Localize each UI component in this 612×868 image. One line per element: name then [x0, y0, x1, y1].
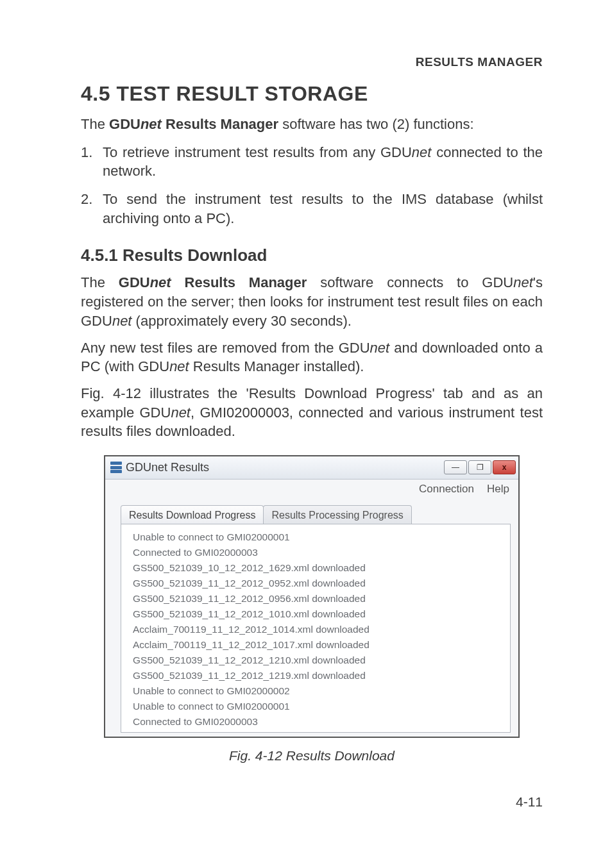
menu-connection[interactable]: Connection [419, 483, 474, 496]
tab-strip: Results Download Progress Results Proces… [121, 505, 511, 524]
body-paragraph: The GDUnet Results Manager software conn… [81, 273, 543, 330]
subheading: 4.5.1 Results Download [81, 246, 543, 265]
tab-panel: Unable to connect to GMI02000001 Connect… [121, 524, 511, 733]
text-bold: Results Manager [171, 274, 307, 290]
close-button[interactable]: x [493, 460, 516, 474]
text-bold-italic: net [150, 274, 171, 290]
body-paragraph: Fig. 4-12 illustrates the 'Results Downl… [81, 384, 543, 441]
text: To send the instrument test results to t… [103, 191, 543, 226]
text-italic: net [169, 358, 189, 374]
page-number: 4-11 [81, 794, 543, 810]
menu-help[interactable]: Help [487, 483, 509, 496]
text-bold: GDU [119, 274, 150, 290]
window-buttons: — ❐ x [444, 460, 516, 474]
screenshot-figure: GDUnet Results — ❐ x Connection Help Res… [81, 455, 543, 738]
section-header: RESULTS MANAGER [81, 55, 543, 69]
document-page: RESULTS MANAGER 4.5 TEST RESULT STORAGE … [0, 0, 612, 848]
list-item: 2. To send the instrument test results t… [81, 190, 543, 228]
text: software connects to GDU [307, 274, 513, 290]
intro-paragraph: The GDUnet Results Manager software has … [81, 115, 543, 134]
page-title: 4.5 TEST RESULT STORAGE [81, 82, 543, 106]
text-italic: net [412, 144, 432, 160]
text-bold: GDU [109, 116, 140, 132]
log-output: Unable to connect to GMI02000001 Connect… [133, 530, 504, 730]
app-icon [110, 462, 122, 473]
list-number: 2. [81, 190, 92, 209]
text: Any new test files are removed from the … [81, 340, 370, 356]
text: Results Manager installed). [189, 358, 364, 374]
window-title: GDUnet Results [126, 461, 209, 474]
window-titlebar: GDUnet Results — ❐ x [105, 456, 518, 480]
text-italic: net [112, 313, 132, 329]
text-italic: net [513, 274, 533, 290]
minimize-button[interactable]: — [444, 460, 467, 474]
body-paragraph: Any new test files are removed from the … [81, 338, 543, 376]
text-bold-italic: net [140, 116, 162, 132]
menu-bar: Connection Help [105, 480, 518, 499]
window-client-area: Results Download Progress Results Proces… [105, 499, 518, 737]
text: software has two (2) functions: [278, 116, 473, 132]
tab-processing-progress[interactable]: Results Processing Progress [263, 505, 411, 524]
text: (approximately every 30 seconds). [132, 313, 351, 329]
text: The [81, 274, 119, 290]
maximize-button[interactable]: ❐ [468, 460, 491, 474]
list-number: 1. [81, 143, 92, 162]
text: To retrieve instrument test results from… [103, 144, 412, 160]
text-bold: Results Manager [162, 116, 278, 132]
text: The [81, 116, 109, 132]
text-italic: net [171, 405, 191, 421]
tab-download-progress[interactable]: Results Download Progress [121, 505, 264, 524]
list-item: 1. To retrieve instrument test results f… [81, 143, 543, 181]
figure-caption: Fig. 4-12 Results Download [81, 748, 543, 764]
functions-list: 1. To retrieve instrument test results f… [81, 143, 543, 228]
text-italic: net [370, 340, 390, 356]
app-window: GDUnet Results — ❐ x Connection Help Res… [104, 455, 520, 738]
